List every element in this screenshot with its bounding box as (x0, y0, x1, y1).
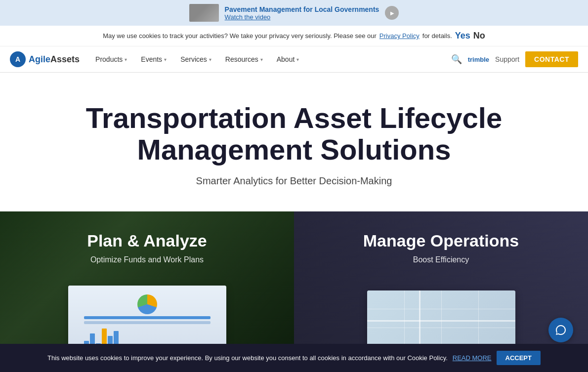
products-arrow-icon: ▾ (125, 57, 127, 62)
navbar: A AgileAssets Products ▾ Events ▾ Servic… (0, 46, 588, 73)
ad-subtitle[interactable]: Watch the video (225, 13, 379, 21)
nav-events[interactable]: Events ▾ (135, 51, 172, 67)
map-road-h (367, 320, 515, 322)
cookie-top-text: May we use cookies to track your activit… (103, 32, 377, 40)
accept-button[interactable]: ACCEPT (497, 351, 541, 365)
card-manage-operations[interactable]: Manage Operations Boost Efficiency (294, 211, 588, 365)
logo-text: AgileAssets (29, 54, 80, 65)
ad-title: Pavement Management for Local Government… (225, 5, 379, 13)
logo-icon: A (10, 51, 26, 67)
cookie-top-suffix: for details. (422, 32, 452, 40)
yes-button[interactable]: Yes (455, 31, 470, 41)
ad-thumbnail (189, 4, 219, 22)
card-plan-analyze[interactable]: Plan & Analyze Optimize Funds and Work P… (0, 211, 294, 365)
ad-text-block: Pavement Management for Local Government… (225, 5, 379, 21)
services-arrow-icon: ▾ (209, 57, 211, 62)
contact-button[interactable]: CONTACT (525, 51, 578, 67)
resources-arrow-icon: ▾ (260, 57, 263, 62)
cookie-bottom-text: This website uses cookies to improve you… (47, 354, 448, 362)
events-arrow-icon: ▾ (164, 57, 167, 62)
chart-circle (137, 294, 157, 314)
nav-items: Products ▾ Events ▾ Services ▾ Resources… (89, 51, 451, 67)
trimble-text: trimble (468, 56, 489, 63)
no-button[interactable]: No (473, 31, 485, 41)
search-icon[interactable]: 🔍 (451, 54, 462, 65)
nav-right: 🔍 trimble Support CONTACT (451, 51, 578, 67)
cookie-bottom-bar: This website uses cookies to improve you… (0, 344, 588, 365)
ad-banner: Pavement Management for Local Government… (0, 0, 588, 26)
hero-title: Transportation Asset Lifecycle Managemen… (72, 102, 516, 165)
logo[interactable]: A AgileAssets (10, 51, 80, 67)
nav-services[interactable]: Services ▾ (174, 51, 217, 67)
card-left-title: Plan & Analyze (87, 231, 207, 250)
ad-play-button[interactable] (385, 6, 399, 20)
chat-icon (555, 324, 567, 336)
card-right-title: Manage Operations (363, 231, 519, 250)
hero-subtitle: Smarter Analytics for Better Decision-Ma… (20, 175, 568, 187)
screen-bar-2 (84, 321, 210, 324)
cookie-top-bar: May we use cookies to track your activit… (0, 26, 588, 46)
read-more-link[interactable]: READ MORE (453, 354, 492, 362)
support-link[interactable]: Support (495, 55, 519, 63)
privacy-policy-link[interactable]: Privacy Policy (379, 32, 420, 40)
trimble-logo[interactable]: trimble (468, 54, 489, 65)
cards-row: Plan & Analyze Optimize Funds and Work P… (0, 211, 588, 365)
card-right-subtitle: Boost Efficiency (413, 255, 469, 264)
about-arrow-icon: ▾ (296, 57, 299, 62)
nav-products[interactable]: Products ▾ (89, 51, 133, 67)
screen-bar-1 (84, 316, 210, 319)
chat-bubble-icon[interactable] (548, 318, 573, 342)
hero-section: Transportation Asset Lifecycle Managemen… (0, 73, 588, 211)
card-left-subtitle: Optimize Funds and Work Plans (90, 255, 204, 264)
nav-about[interactable]: About ▾ (271, 51, 305, 67)
nav-resources[interactable]: Resources ▾ (219, 51, 269, 67)
